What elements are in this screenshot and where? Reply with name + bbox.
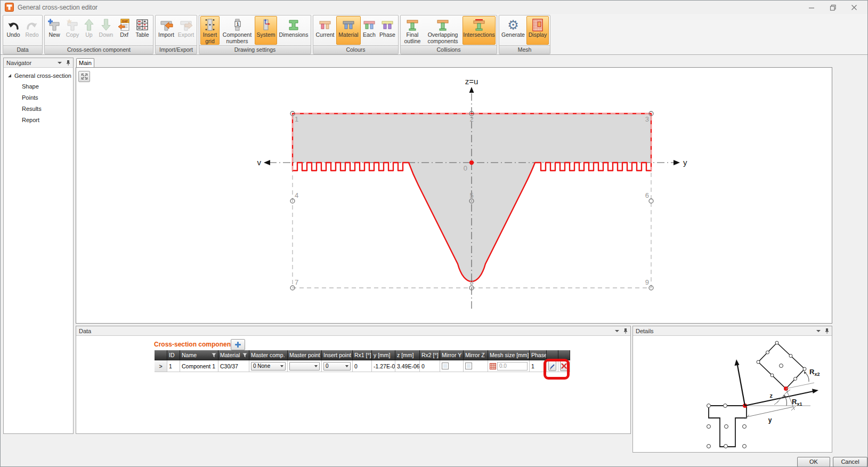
ribbon-group-colours: Current Material Each Phase <box>313 15 399 54</box>
cell-y[interactable]: -1.27E-06 <box>372 360 395 372</box>
insert-point-dropdown[interactable]: 0 <box>323 362 351 371</box>
row-selector[interactable]: > <box>155 360 167 372</box>
navigator-panel: Navigator General cross-section Shape Po… <box>3 58 74 434</box>
header-master-comp[interactable]: Master comp. <box>249 350 288 360</box>
chevron-down-icon <box>345 365 348 367</box>
header-name[interactable]: Name <box>180 350 218 360</box>
minimize-button[interactable] <box>804 3 820 12</box>
colour-material-button[interactable]: Material <box>336 16 361 45</box>
tree-item-results[interactable]: Results <box>4 103 73 114</box>
overlapping-components-toggle[interactable]: Overlapping components <box>424 16 462 45</box>
cell-phase[interactable]: 1 <box>530 360 547 372</box>
cell-rx2[interactable]: 0 <box>420 360 440 372</box>
export-button[interactable]: Export <box>176 16 196 45</box>
cancel-button[interactable]: Cancel <box>833 457 867 467</box>
header-z[interactable]: z [mm] <box>395 350 420 360</box>
copy-button[interactable]: Copy <box>63 16 82 45</box>
header-mesh-size[interactable]: Mesh size [mm] <box>488 350 530 360</box>
table-button[interactable]: Table <box>133 16 152 45</box>
generate-mesh-button[interactable]: ⚙ Generate <box>500 16 526 45</box>
intersections-toggle[interactable]: Intersections <box>463 16 496 45</box>
tree-item-shape[interactable]: Shape <box>4 80 73 92</box>
redo-button[interactable]: Redo <box>23 16 41 45</box>
delete-component-button[interactable] <box>560 361 568 371</box>
cell-mesh-size: 0.0 <box>488 360 530 372</box>
chevron-down-icon[interactable] <box>58 62 62 64</box>
ribbon: Undo Redo Data New <box>1 14 867 55</box>
colour-each-button[interactable]: Each <box>361 16 377 45</box>
header-phase[interactable]: Phase <box>530 350 547 360</box>
component-numbers-toggle[interactable]: 1 Component numbers <box>220 16 254 45</box>
header-rx1[interactable]: Rx1 [°] <box>353 350 372 360</box>
header-mirror-y[interactable]: Mirror Y <box>440 350 464 360</box>
ok-button[interactable]: OK <box>797 457 830 467</box>
header-mirror-z[interactable]: Mirror Z <box>464 350 488 360</box>
edit-component-button[interactable] <box>548 361 556 371</box>
colour-current-button[interactable]: Current <box>314 16 336 45</box>
expand-view-button[interactable] <box>78 71 90 82</box>
header-y[interactable]: y [mm] <box>372 350 395 360</box>
insert-grid-toggle[interactable]: Insert grid <box>200 16 220 45</box>
restore-button[interactable] <box>825 3 841 12</box>
cell-name[interactable]: Component 1 <box>180 360 218 372</box>
system-toggle[interactable]: System <box>255 16 277 45</box>
drawing-canvas[interactable]: z=u v y 1 2 3 4 5 6 <box>76 67 832 324</box>
header-id[interactable]: ID <box>167 350 180 360</box>
dxf-button[interactable]: DXF Dxf <box>116 16 132 45</box>
centroid-point[interactable] <box>469 160 474 165</box>
insert-grid-icon <box>204 18 216 32</box>
header-insert-point[interactable]: Insert point <box>322 350 353 360</box>
rx1-axis-arrow <box>812 389 818 393</box>
tree-node-general-cross-section[interactable]: General cross-section <box>4 71 73 80</box>
ribbon-group-caption: Colours <box>313 45 398 54</box>
details-panel-title: Details <box>636 328 654 334</box>
ribbon-group-caption: Import/Export <box>156 45 197 54</box>
gear-icon: ⚙ <box>507 18 519 32</box>
header-material[interactable]: Material <box>218 350 249 360</box>
tab-main[interactable]: Main <box>76 58 94 68</box>
master-point-dropdown[interactable] <box>289 362 320 371</box>
colour-each-icon <box>362 18 376 32</box>
pin-icon[interactable] <box>825 328 829 334</box>
system-icon <box>260 18 272 32</box>
import-button[interactable]: Import <box>157 16 176 45</box>
cell-z[interactable]: 3.49E-06 <box>395 360 420 372</box>
add-component-button[interactable] <box>231 339 245 350</box>
mesh-size-input[interactable]: 0.0 <box>497 362 528 371</box>
chevron-down-icon[interactable] <box>816 330 821 332</box>
point-label: 2 <box>469 115 473 123</box>
y-axis-arrow <box>674 160 680 165</box>
mirror-y-checkbox[interactable] <box>442 363 449 369</box>
cell-rx1[interactable]: 0 <box>353 360 372 372</box>
tree-item-report[interactable]: Report <box>4 114 73 125</box>
cell-material[interactable]: C30/37 <box>218 360 249 372</box>
redo-icon <box>25 18 39 32</box>
final-outline-toggle[interactable]: Final outline <box>402 16 423 45</box>
colour-phase-icon <box>380 18 394 32</box>
down-button[interactable]: Down <box>96 16 116 45</box>
filter-funnel-icon[interactable] <box>242 353 247 358</box>
ribbon-group-caption: Data <box>3 45 42 54</box>
master-comp-dropdown[interactable]: 0 None <box>251 362 286 371</box>
tree-item-points[interactable]: Points <box>4 92 73 103</box>
pin-icon[interactable] <box>623 328 628 334</box>
square-point <box>794 377 797 381</box>
display-mesh-toggle[interactable]: Display <box>526 16 549 45</box>
chevron-down-icon <box>314 365 318 367</box>
new-button[interactable]: New <box>46 16 63 45</box>
up-button[interactable]: Up <box>82 16 96 45</box>
mirror-z-checkbox[interactable] <box>465 363 472 369</box>
chevron-down-icon[interactable] <box>615 330 619 332</box>
filter-funnel-icon[interactable] <box>212 353 216 358</box>
header-master-point[interactable]: Master point <box>288 350 322 360</box>
colour-phase-button[interactable]: Phase <box>378 16 397 45</box>
undo-button[interactable]: Undo <box>4 16 22 45</box>
cross-section-components-title: Cross-section components <box>154 341 237 348</box>
dimensions-toggle[interactable]: Dimensions <box>278 16 310 45</box>
header-selector <box>155 350 167 360</box>
grid-point-6[interactable] <box>649 199 653 203</box>
pin-icon[interactable] <box>66 60 70 66</box>
close-button[interactable] <box>846 3 862 12</box>
header-rx2[interactable]: Rx2 [°] <box>420 350 440 360</box>
ribbon-group-import-export: Import Export Import/Export <box>155 15 197 54</box>
